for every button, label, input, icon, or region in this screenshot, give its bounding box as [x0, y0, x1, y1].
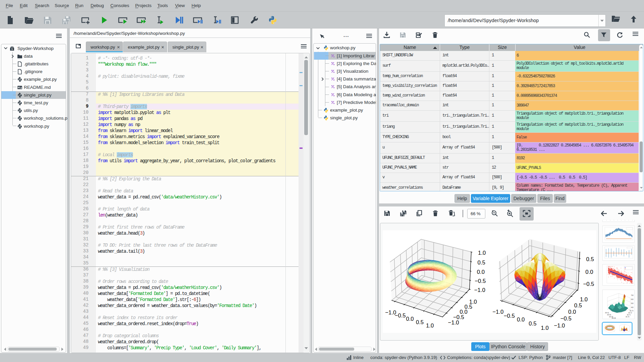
- svg-text:1.0: 1.0: [469, 299, 477, 305]
- svg-text:400: 400: [631, 307, 634, 308]
- svg-text:600: 600: [631, 299, 634, 300]
- svg-text:36.71: 36.71: [627, 314, 631, 316]
- svg-text:1.0: 1.0: [580, 296, 588, 303]
- svg-text:500: 500: [631, 303, 634, 304]
- svg-text:-84.41: -84.41: [605, 312, 609, 314]
- svg-text:−1.0: −1.0: [554, 322, 565, 329]
- svg-text:−0.5: −0.5: [504, 313, 515, 319]
- svg-text:-84.40: -84.40: [607, 314, 611, 316]
- svg-text:0.5: 0.5: [574, 302, 582, 309]
- svg-text:−0.5: −0.5: [475, 278, 486, 284]
- svg-text:36.73: 36.73: [630, 310, 634, 312]
- svg-text:0.5: 0.5: [586, 256, 594, 262]
- svg-text:0.0: 0.0: [406, 316, 414, 322]
- svg-text:−1.0: −1.0: [448, 319, 459, 326]
- svg-text:1.0: 1.0: [541, 325, 549, 331]
- svg-text:−0.5: −0.5: [395, 312, 406, 319]
- svg-text:36.72: 36.72: [628, 312, 632, 314]
- svg-text:S: S: [11, 48, 13, 51]
- svg-text:0.0: 0.0: [585, 269, 593, 275]
- svg-text:700: 700: [631, 295, 634, 296]
- svg-text:0.0: 0.0: [517, 316, 525, 323]
- svg-text:0.0: 0.0: [568, 309, 576, 315]
- svg-text:1.0: 1.0: [478, 250, 486, 256]
- svg-text:0.5: 0.5: [416, 319, 424, 325]
- svg-text:0.5: 0.5: [477, 259, 485, 266]
- svg-text:0.0: 0.0: [477, 269, 485, 275]
- svg-text:−1.0: −1.0: [474, 287, 485, 293]
- svg-text:36.70: 36.70: [626, 316, 630, 318]
- svg-text:1.0: 1.0: [426, 322, 434, 329]
- svg-text:0.5: 0.5: [529, 320, 536, 327]
- svg-text:−0.5: −0.5: [560, 315, 572, 322]
- svg-text:−0.5: −0.5: [583, 281, 594, 287]
- svg-text:-84.38: -84.38: [611, 317, 616, 319]
- svg-text:−1.0: −1.0: [492, 309, 503, 315]
